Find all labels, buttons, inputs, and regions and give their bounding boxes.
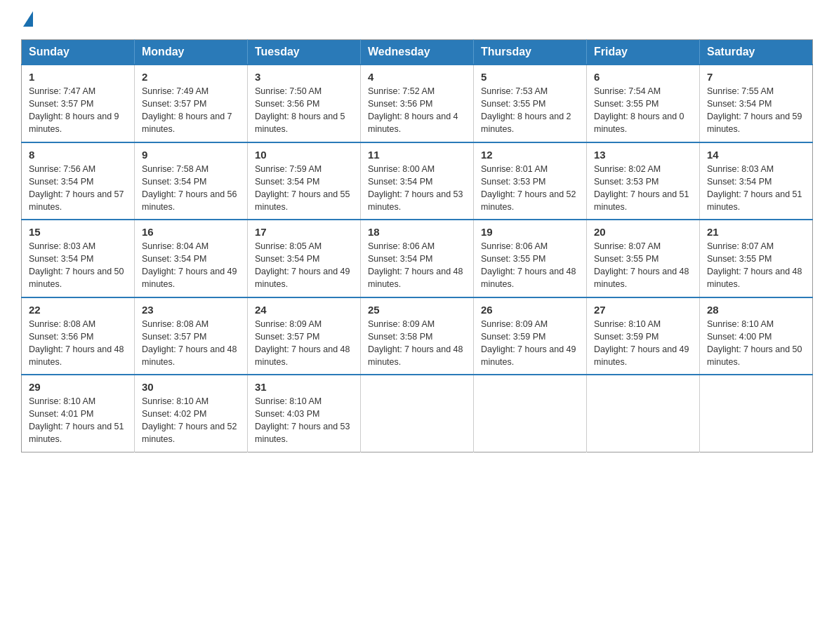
calendar-cell: 26 Sunrise: 8:09 AMSunset: 3:59 PMDaylig… bbox=[474, 297, 587, 375]
day-info: Sunrise: 8:10 AMSunset: 4:00 PMDaylight:… bbox=[707, 319, 802, 367]
header-tuesday: Tuesday bbox=[248, 40, 361, 65]
day-number: 11 bbox=[368, 149, 466, 161]
day-info: Sunrise: 7:50 AMSunset: 3:56 PMDaylight:… bbox=[255, 86, 345, 134]
calendar-cell: 16 Sunrise: 8:04 AMSunset: 3:54 PMDaylig… bbox=[135, 220, 248, 297]
day-number: 16 bbox=[142, 226, 240, 238]
calendar-cell: 24 Sunrise: 8:09 AMSunset: 3:57 PMDaylig… bbox=[248, 297, 361, 375]
calendar-week-row: 29 Sunrise: 8:10 AMSunset: 4:01 PMDaylig… bbox=[22, 375, 813, 452]
day-info: Sunrise: 8:08 AMSunset: 3:57 PMDaylight:… bbox=[142, 319, 237, 367]
day-number: 1 bbox=[29, 71, 127, 83]
day-number: 2 bbox=[142, 71, 240, 83]
day-number: 30 bbox=[142, 381, 240, 393]
page-header bbox=[21, 14, 813, 27]
day-info: Sunrise: 8:01 AMSunset: 3:53 PMDaylight:… bbox=[481, 164, 576, 212]
day-info: Sunrise: 7:53 AMSunset: 3:55 PMDaylight:… bbox=[481, 86, 571, 134]
day-info: Sunrise: 8:07 AMSunset: 3:55 PMDaylight:… bbox=[707, 241, 802, 289]
calendar-cell: 25 Sunrise: 8:09 AMSunset: 3:58 PMDaylig… bbox=[361, 297, 474, 375]
day-info: Sunrise: 8:06 AMSunset: 3:54 PMDaylight:… bbox=[368, 241, 463, 289]
day-info: Sunrise: 8:09 AMSunset: 3:57 PMDaylight:… bbox=[255, 319, 350, 367]
day-info: Sunrise: 7:55 AMSunset: 3:54 PMDaylight:… bbox=[707, 86, 802, 134]
calendar-cell: 8 Sunrise: 7:56 AMSunset: 3:54 PMDayligh… bbox=[22, 142, 135, 220]
day-number: 15 bbox=[29, 226, 127, 238]
header-thursday: Thursday bbox=[474, 40, 587, 65]
day-info: Sunrise: 8:08 AMSunset: 3:56 PMDaylight:… bbox=[29, 319, 124, 367]
calendar-week-row: 8 Sunrise: 7:56 AMSunset: 3:54 PMDayligh… bbox=[22, 142, 813, 220]
day-info: Sunrise: 8:09 AMSunset: 3:58 PMDaylight:… bbox=[368, 319, 463, 367]
day-info: Sunrise: 7:47 AMSunset: 3:57 PMDaylight:… bbox=[29, 86, 119, 134]
day-number: 5 bbox=[481, 71, 579, 83]
calendar-week-row: 22 Sunrise: 8:08 AMSunset: 3:56 PMDaylig… bbox=[22, 297, 813, 375]
calendar-cell bbox=[361, 375, 474, 452]
day-info: Sunrise: 8:10 AMSunset: 4:03 PMDaylight:… bbox=[255, 396, 350, 444]
logo bbox=[21, 14, 33, 27]
day-info: Sunrise: 8:03 AMSunset: 3:54 PMDaylight:… bbox=[707, 164, 802, 212]
day-number: 9 bbox=[142, 149, 240, 161]
calendar-cell bbox=[700, 375, 813, 452]
calendar-cell: 15 Sunrise: 8:03 AMSunset: 3:54 PMDaylig… bbox=[22, 220, 135, 297]
day-info: Sunrise: 7:56 AMSunset: 3:54 PMDaylight:… bbox=[29, 164, 124, 212]
day-info: Sunrise: 8:10 AMSunset: 4:02 PMDaylight:… bbox=[142, 396, 237, 444]
calendar-cell: 21 Sunrise: 8:07 AMSunset: 3:55 PMDaylig… bbox=[700, 220, 813, 297]
calendar-cell: 9 Sunrise: 7:58 AMSunset: 3:54 PMDayligh… bbox=[135, 142, 248, 220]
day-info: Sunrise: 8:09 AMSunset: 3:59 PMDaylight:… bbox=[481, 319, 576, 367]
day-number: 23 bbox=[142, 304, 240, 316]
calendar-cell bbox=[474, 375, 587, 452]
day-number: 12 bbox=[481, 149, 579, 161]
calendar-cell: 3 Sunrise: 7:50 AMSunset: 3:56 PMDayligh… bbox=[248, 65, 361, 142]
calendar-cell: 20 Sunrise: 8:07 AMSunset: 3:55 PMDaylig… bbox=[587, 220, 700, 297]
day-number: 25 bbox=[368, 304, 466, 316]
day-number: 21 bbox=[707, 226, 805, 238]
day-info: Sunrise: 8:10 AMSunset: 4:01 PMDaylight:… bbox=[29, 396, 124, 444]
day-number: 31 bbox=[255, 381, 353, 393]
calendar-cell: 19 Sunrise: 8:06 AMSunset: 3:55 PMDaylig… bbox=[474, 220, 587, 297]
day-number: 28 bbox=[707, 304, 805, 316]
day-number: 3 bbox=[255, 71, 353, 83]
calendar-cell: 4 Sunrise: 7:52 AMSunset: 3:56 PMDayligh… bbox=[361, 65, 474, 142]
day-info: Sunrise: 7:54 AMSunset: 3:55 PMDaylight:… bbox=[594, 86, 684, 134]
day-number: 18 bbox=[368, 226, 466, 238]
calendar-cell: 7 Sunrise: 7:55 AMSunset: 3:54 PMDayligh… bbox=[700, 65, 813, 142]
day-number: 20 bbox=[594, 226, 692, 238]
calendar-week-row: 15 Sunrise: 8:03 AMSunset: 3:54 PMDaylig… bbox=[22, 220, 813, 297]
calendar-cell: 1 Sunrise: 7:47 AMSunset: 3:57 PMDayligh… bbox=[22, 65, 135, 142]
header-wednesday: Wednesday bbox=[361, 40, 474, 65]
header-monday: Monday bbox=[135, 40, 248, 65]
calendar-cell: 12 Sunrise: 8:01 AMSunset: 3:53 PMDaylig… bbox=[474, 142, 587, 220]
day-number: 24 bbox=[255, 304, 353, 316]
header-sunday: Sunday bbox=[22, 40, 135, 65]
day-info: Sunrise: 8:03 AMSunset: 3:54 PMDaylight:… bbox=[29, 241, 124, 289]
day-info: Sunrise: 7:59 AMSunset: 3:54 PMDaylight:… bbox=[255, 164, 350, 212]
day-info: Sunrise: 8:10 AMSunset: 3:59 PMDaylight:… bbox=[594, 319, 689, 367]
day-number: 4 bbox=[368, 71, 466, 83]
day-number: 10 bbox=[255, 149, 353, 161]
day-info: Sunrise: 8:02 AMSunset: 3:53 PMDaylight:… bbox=[594, 164, 689, 212]
calendar-cell: 18 Sunrise: 8:06 AMSunset: 3:54 PMDaylig… bbox=[361, 220, 474, 297]
day-number: 27 bbox=[594, 304, 692, 316]
calendar-cell: 31 Sunrise: 8:10 AMSunset: 4:03 PMDaylig… bbox=[248, 375, 361, 452]
calendar-cell: 11 Sunrise: 8:00 AMSunset: 3:54 PMDaylig… bbox=[361, 142, 474, 220]
day-info: Sunrise: 8:07 AMSunset: 3:55 PMDaylight:… bbox=[594, 241, 689, 289]
calendar-week-row: 1 Sunrise: 7:47 AMSunset: 3:57 PMDayligh… bbox=[22, 65, 813, 142]
calendar-table: SundayMondayTuesdayWednesdayThursdayFrid… bbox=[21, 39, 813, 452]
calendar-cell bbox=[587, 375, 700, 452]
calendar-cell: 27 Sunrise: 8:10 AMSunset: 3:59 PMDaylig… bbox=[587, 297, 700, 375]
calendar-cell: 29 Sunrise: 8:10 AMSunset: 4:01 PMDaylig… bbox=[22, 375, 135, 452]
day-number: 26 bbox=[481, 304, 579, 316]
logo-triangle-icon bbox=[23, 11, 33, 27]
calendar-cell: 2 Sunrise: 7:49 AMSunset: 3:57 PMDayligh… bbox=[135, 65, 248, 142]
calendar-cell: 30 Sunrise: 8:10 AMSunset: 4:02 PMDaylig… bbox=[135, 375, 248, 452]
calendar-cell: 10 Sunrise: 7:59 AMSunset: 3:54 PMDaylig… bbox=[248, 142, 361, 220]
day-info: Sunrise: 7:49 AMSunset: 3:57 PMDaylight:… bbox=[142, 86, 232, 134]
day-number: 22 bbox=[29, 304, 127, 316]
calendar-cell: 14 Sunrise: 8:03 AMSunset: 3:54 PMDaylig… bbox=[700, 142, 813, 220]
day-info: Sunrise: 7:52 AMSunset: 3:56 PMDaylight:… bbox=[368, 86, 458, 134]
calendar-cell: 28 Sunrise: 8:10 AMSunset: 4:00 PMDaylig… bbox=[700, 297, 813, 375]
calendar-cell: 22 Sunrise: 8:08 AMSunset: 3:56 PMDaylig… bbox=[22, 297, 135, 375]
day-number: 29 bbox=[29, 381, 127, 393]
day-number: 14 bbox=[707, 149, 805, 161]
day-number: 17 bbox=[255, 226, 353, 238]
day-number: 13 bbox=[594, 149, 692, 161]
header-saturday: Saturday bbox=[700, 40, 813, 65]
day-info: Sunrise: 7:58 AMSunset: 3:54 PMDaylight:… bbox=[142, 164, 237, 212]
day-number: 8 bbox=[29, 149, 127, 161]
